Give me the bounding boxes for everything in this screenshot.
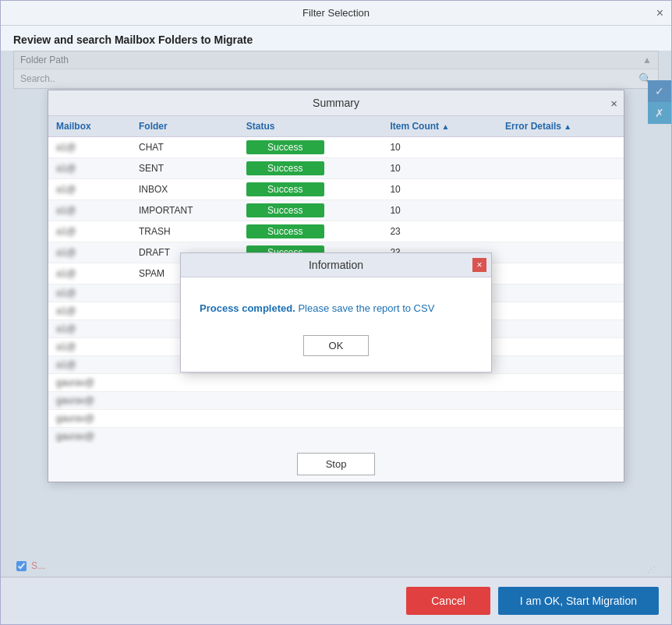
info-dialog-header: Information × xyxy=(181,253,491,277)
info-dialog-message: Process completed. Please save the repor… xyxy=(200,301,472,316)
info-ok-wrap: OK xyxy=(200,335,472,356)
info-dialog-title: Information xyxy=(309,259,363,271)
main-window: Filter Selection × Review and search Mai… xyxy=(0,0,672,625)
info-dialog: Information × Process completed. Please … xyxy=(180,252,492,373)
info-ok-button[interactable]: OK xyxy=(303,335,370,356)
info-dialog-overlay: Information × Process completed. Please … xyxy=(1,1,671,624)
info-dialog-close-button[interactable]: × xyxy=(472,258,486,272)
info-message-part2: Please save the report to CSV xyxy=(295,302,434,314)
info-dialog-body: Process completed. Please save the repor… xyxy=(181,277,491,372)
info-message-part1: Process completed. xyxy=(200,302,295,314)
